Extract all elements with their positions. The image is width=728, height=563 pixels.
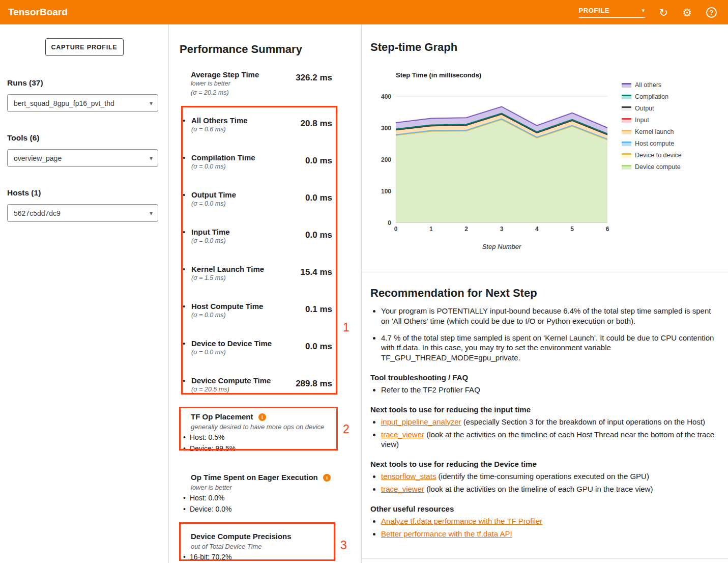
app-header: TensorBoard PROFILE ▾ ↻ ⚙ ? <box>0 0 728 24</box>
legend-item: Device to device <box>622 152 682 159</box>
step-time-graph-title: Step-time Graph <box>370 41 728 54</box>
resources-list: Analyze tf.data performance with the TF … <box>370 516 715 539</box>
svg-text:4: 4 <box>535 226 539 233</box>
metric-row-all-others: • All Others Time (σ = 0.6 ms) 20.8 ms <box>180 112 338 149</box>
list-item: input_pipeline_analyzer (especially Sect… <box>381 417 715 427</box>
chart-x-axis-label: Step Number <box>396 243 607 250</box>
svg-text:300: 300 <box>381 125 391 132</box>
metric-sigma: (σ = 0.0 ms) <box>191 200 236 207</box>
legend-item: Compilation <box>622 93 682 100</box>
eager-execution-block: Op Time Spent on Eager Execution i lower… <box>180 473 338 514</box>
hosts-label: Hosts (1) <box>7 188 168 198</box>
metric-value: 0.0 ms <box>305 193 332 223</box>
hosts-select[interactable]: 5627c5dd7dc9 ▾ <box>7 204 158 222</box>
metric-value: 0.0 ms <box>305 156 332 186</box>
legend-item: Kernel launch <box>622 128 682 135</box>
metric-row-kernel-launch: • Kernel Launch Time (σ = 1.5 ms) 15.4 m… <box>180 261 338 298</box>
bullet-icon: • <box>183 228 191 261</box>
metric-label: Compilation Time <box>191 153 255 162</box>
tf-op-device-value: Device: 99.5% <box>190 444 236 453</box>
list-item: Better performance with the tf.data API <box>381 529 715 539</box>
tools-group: Tools (6) overview_page ▾ <box>7 133 168 167</box>
bullet-icon: • <box>183 153 191 186</box>
legend-item: Input <box>622 117 682 124</box>
bullet-icon: • <box>183 444 190 453</box>
capture-profile-button[interactable]: CAPTURE PROFILE <box>45 38 124 56</box>
device-tools-heading: Next tools to use for reducing the Devic… <box>370 460 715 468</box>
header-actions: PROFILE ▾ ↻ ⚙ ? <box>579 7 717 18</box>
runs-select-value: bert_squad_8gpu_fp16_pvt_thd <box>14 99 114 107</box>
metric-sigma: (σ = 0.6 ms) <box>191 126 248 133</box>
trace-viewer-link[interactable]: trace_viewer <box>381 430 424 439</box>
trace-viewer-link[interactable]: trace_viewer <box>381 485 424 493</box>
legend-swatch <box>622 118 631 123</box>
info-icon[interactable]: i <box>258 413 266 421</box>
app-title: TensorBoard <box>8 7 68 18</box>
tfdata-performance-link[interactable]: Analyze tf.data performance with the TF … <box>381 517 542 525</box>
performance-summary-title: Performance Summary <box>180 43 361 56</box>
refresh-icon[interactable]: ↻ <box>659 7 668 18</box>
eager-execution-note: lower is better <box>191 484 338 491</box>
dashboard-selector-value: PROFILE <box>579 7 610 14</box>
metric-value: 0.0 ms <box>305 230 332 261</box>
metric-label: Average Step Time <box>191 70 259 79</box>
metric-sigma: (σ = 1.5 ms) <box>191 274 264 282</box>
bullet-icon: • <box>183 116 191 149</box>
faq-heading: Tool troubleshooting / FAQ <box>370 373 715 382</box>
metric-row-device-compute: • Device Compute Time (σ = 20.5 ms) 289.… <box>180 372 338 409</box>
right-column: Step-time Graph Step Time (in millisecon… <box>362 24 728 563</box>
legend-swatch <box>622 130 631 134</box>
metric-label: Host Compute Time <box>191 302 263 311</box>
eager-device-value: Device: 0.0% <box>190 504 231 514</box>
hosts-select-value: 5627c5dd7dc9 <box>14 209 61 217</box>
legend-swatch <box>622 142 631 146</box>
metric-sigma: (σ = 0.0 ms) <box>191 163 255 170</box>
metric-label: Output Time <box>191 190 236 199</box>
bullet-icon: • <box>183 339 191 372</box>
chevron-down-icon: ▾ <box>150 210 153 217</box>
settings-gear-icon[interactable]: ⚙ <box>682 7 692 18</box>
metric-label: Device Compute Time <box>191 376 271 385</box>
bullet-icon: • <box>183 552 190 561</box>
precision-16bit-item: • 16-bit: 70.2% <box>183 552 338 561</box>
metric-value: 20.8 ms <box>301 119 332 149</box>
faq-list: Refer to the TF2 Profiler FAQ <box>370 385 715 395</box>
metric-row-input: • Input Time (σ = 0.0 ms) 0.0 ms <box>180 223 338 261</box>
eager-device-item: • Device: 0.0% <box>183 504 338 514</box>
metric-label: Device to Device Time <box>191 339 272 348</box>
bullet-icon: • <box>183 265 191 298</box>
tfdata-api-link[interactable]: Better performance with the tf.data API <box>381 529 512 538</box>
chart-legend: All others Compilation Output Input Kern… <box>622 81 682 250</box>
metric-note: lower is better <box>191 80 259 88</box>
chevron-down-icon: ▾ <box>642 7 645 14</box>
metric-value: 289.8 ms <box>296 379 332 409</box>
bullet-icon: • <box>183 190 191 223</box>
metric-row-device-to-device: • Device to Device Time (σ = 0.0 ms) 0.0… <box>180 335 338 372</box>
legend-swatch <box>622 153 631 158</box>
svg-text:5: 5 <box>570 226 574 233</box>
recommendation-list: Your program is POTENTIALLY input-bound … <box>370 306 715 363</box>
tools-select[interactable]: overview_page ▾ <box>7 149 158 167</box>
tensorflow-stats-link[interactable]: tensorflow_stats <box>381 472 436 481</box>
info-icon[interactable]: i <box>323 474 331 482</box>
metric-value: 0.1 ms <box>305 304 332 335</box>
help-icon[interactable]: ? <box>706 7 717 18</box>
input-tools-heading: Next tools to use for reducing the input… <box>370 405 715 414</box>
bullet-icon: • <box>183 376 191 409</box>
eager-execution-title: Op Time Spent on Eager Execution <box>191 473 318 482</box>
legend-swatch <box>622 83 631 88</box>
metric-value: 15.4 ms <box>301 267 332 298</box>
dashboard-selector[interactable]: PROFILE ▾ <box>579 7 645 18</box>
tf-op-placement-title: TF Op Placement <box>191 412 253 421</box>
metric-label: Kernel Launch Time <box>191 265 264 273</box>
chevron-down-icon: ▾ <box>150 100 153 107</box>
performance-summary-panel: Performance Summary Average Step Time lo… <box>169 24 362 563</box>
tools-label: Tools (6) <box>7 133 168 143</box>
legend-item: Host compute <box>622 140 682 147</box>
runs-select[interactable]: bert_squad_8gpu_fp16_pvt_thd ▾ <box>7 94 158 112</box>
legend-swatch <box>622 106 631 111</box>
input-pipeline-analyzer-link[interactable]: input_pipeline_analyzer <box>381 417 461 426</box>
svg-text:100: 100 <box>381 188 391 195</box>
metric-value: 326.2 ms <box>296 73 332 97</box>
recommendation-bullet: 4.7 % of the total step time sampled is … <box>381 333 715 363</box>
